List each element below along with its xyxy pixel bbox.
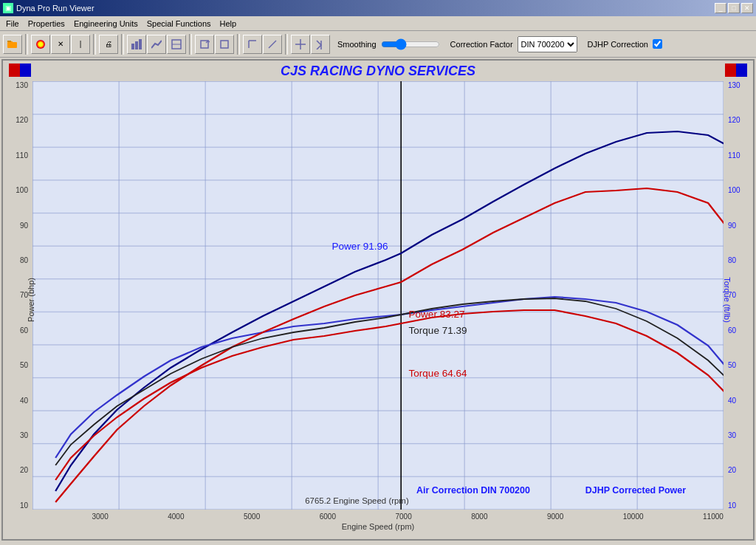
select-btn1[interactable] xyxy=(243,35,262,54)
dyno-chart-svg: Power 91.96 Power 83.27 Torque 71.39 Tor… xyxy=(32,81,724,510)
title-bar: ▣ Dyna Pro Run Viewer _ □ ✕ xyxy=(0,0,756,16)
svg-text:Torque 64.64: Torque 64.64 xyxy=(409,368,467,379)
toolbar-group-2: ✕ | xyxy=(31,35,90,54)
smoothing-slider[interactable] xyxy=(381,37,440,52)
x-axis-labels: 3000 4000 5000 6000 7000 8000 9000 10000… xyxy=(32,510,724,521)
svg-text:DJHP Corrected Power: DJHP Corrected Power xyxy=(585,485,687,496)
svg-rect-4 xyxy=(135,41,138,49)
correction-factor-label: Correction Factor xyxy=(450,40,513,49)
title-bar-left: ▣ Dyna Pro Run Viewer xyxy=(3,3,94,13)
toolbar-group-4 xyxy=(127,35,186,54)
svg-rect-1 xyxy=(7,42,17,48)
x-axis: 3000 4000 5000 6000 7000 8000 9000 10000… xyxy=(32,510,724,539)
svg-text:Power 91.96: Power 91.96 xyxy=(332,241,388,252)
color-indicator-right xyxy=(725,64,747,77)
toolbar-sep-6 xyxy=(285,34,288,55)
svg-rect-3 xyxy=(131,44,134,49)
toolbar-sep-1 xyxy=(25,34,28,55)
svg-rect-9 xyxy=(221,41,228,48)
cursor-btn2[interactable] xyxy=(311,35,330,54)
toolbar: ✕ | 🖨 Smoothing Correction Factor DIN 70… xyxy=(0,31,756,58)
svg-rect-5 xyxy=(139,39,142,49)
chart-area[interactable]: Power 91.96 Power 83.27 Torque 71.39 Tor… xyxy=(32,81,724,510)
color-red-right xyxy=(725,64,736,77)
toolbar-group-6 xyxy=(243,35,282,54)
toolbar-sep-4 xyxy=(189,34,192,55)
color-red-left xyxy=(9,64,20,77)
svg-text:6765.2 Engine Speed (rpm): 6765.2 Engine Speed (rpm) xyxy=(305,496,409,505)
menu-file[interactable]: File xyxy=(1,18,24,30)
color-blue-left xyxy=(20,64,31,77)
toolbar-group-5 xyxy=(195,35,234,54)
toolbar-group-7 xyxy=(291,35,330,54)
menu-bar: File Properties Engineering Units Specia… xyxy=(0,16,756,31)
y-axis-left-title: Power (bhp) xyxy=(27,278,35,322)
zoom-btn2[interactable] xyxy=(215,35,234,54)
open-button[interactable] xyxy=(3,35,22,54)
toolbar-sep-5 xyxy=(237,34,240,55)
svg-line-12 xyxy=(269,41,276,48)
close-button[interactable]: ✕ xyxy=(741,3,753,13)
color-button[interactable] xyxy=(31,35,50,54)
svg-rect-2 xyxy=(7,41,11,42)
svg-text:Air Correction DIN 700200: Air Correction DIN 700200 xyxy=(416,485,530,496)
marker-button[interactable]: | xyxy=(71,35,90,54)
window-title: Dyna Pro Run Viewer xyxy=(16,4,94,13)
minimize-button[interactable]: _ xyxy=(715,3,726,13)
delete-button[interactable]: ✕ xyxy=(51,35,70,54)
menu-help[interactable]: Help xyxy=(216,18,241,30)
toolbar-sep-3 xyxy=(121,34,124,55)
djhp-correction-checkbox[interactable] xyxy=(653,39,662,49)
toolbar-sep-2 xyxy=(93,34,96,55)
menu-engineering-units[interactable]: Engineering Units xyxy=(69,18,142,30)
print-button[interactable]: 🖨 xyxy=(99,35,118,54)
select-btn2[interactable] xyxy=(263,35,282,54)
chart-btn3[interactable] xyxy=(167,35,186,54)
color-indicator-left xyxy=(9,64,31,77)
chart-btn2[interactable] xyxy=(147,35,166,54)
svg-text:Torque 71.39: Torque 71.39 xyxy=(409,325,467,336)
toolbar-group-3: 🖨 xyxy=(99,35,118,54)
chart-title: CJS RACING DYNO SERVICES xyxy=(281,64,475,79)
x-axis-title: Engine Speed (rpm) xyxy=(32,522,724,531)
correction-factor-select[interactable]: DIN 700200 SAE JIS None xyxy=(518,36,577,52)
cursor-btn1[interactable] xyxy=(291,35,310,54)
svg-text:Power 83.27: Power 83.27 xyxy=(409,309,465,320)
window-controls: _ □ ✕ xyxy=(715,3,753,13)
maximize-button[interactable]: □ xyxy=(728,3,740,13)
chart-btn1[interactable] xyxy=(127,35,146,54)
main-chart-window: CJS RACING DYNO SERVICES 130 120 110 100… xyxy=(1,59,755,541)
smoothing-label: Smoothing xyxy=(337,40,377,49)
zoom-btn1[interactable] xyxy=(195,35,214,54)
toolbar-group-1 xyxy=(3,35,22,54)
menu-properties[interactable]: Properties xyxy=(24,18,69,30)
djhp-correction-label: DJHP Correction xyxy=(588,40,648,49)
color-blue-right xyxy=(736,64,747,77)
y-axis-right-title: Torque (ft/lb) xyxy=(723,277,732,323)
app-icon: ▣ xyxy=(3,3,13,13)
menu-special-functions[interactable]: Special Functions xyxy=(142,18,216,30)
